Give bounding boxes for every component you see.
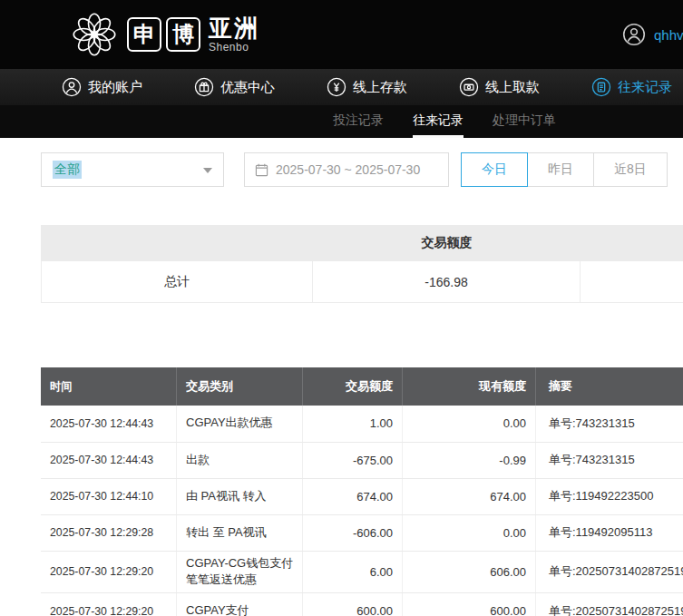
cell-time: 2025-07-30 12:29:20 (41, 551, 177, 593)
content: 全部 2025-07-30 ~ 2025-07-30 今日昨日近 (0, 152, 683, 616)
column-header: 现有额度 (403, 367, 536, 406)
quick-yesterday-button[interactable]: 昨日 (527, 152, 594, 187)
nav-item-my-account[interactable]: 我的账户 (62, 77, 142, 97)
cell-time: 2025-07-30 12:44:43 (41, 442, 177, 478)
user-icon (62, 77, 82, 97)
cell-time: 2025-07-30 12:29:28 (41, 514, 177, 551)
cell-amount: -606.00 (303, 514, 403, 551)
cell-summary: 单号:119492223500 (536, 478, 683, 514)
brand-text: 亚洲 Shenbo (209, 16, 259, 53)
brand-char-bo: 博 (166, 17, 200, 52)
cell-amount: 1.00 (303, 406, 403, 442)
summary-total-empty (581, 261, 683, 302)
column-header: 时间 (41, 367, 177, 406)
user-avatar-icon (622, 23, 646, 46)
table-row: 2025-07-30 12:44:43出款-675.00-0.99单号:7432… (41, 442, 683, 478)
top-header: 申 博 亚洲 Shenbo qhhvw (0, 0, 683, 69)
cell-time: 2025-07-30 12:29:20 (41, 593, 177, 616)
cell-balance: 606.00 (403, 551, 536, 593)
date-range-input[interactable]: 2025-07-30 ~ 2025-07-30 (244, 152, 449, 187)
summary-header-empty (41, 225, 313, 261)
brand-char-shen: 申 (127, 17, 161, 52)
cell-type: CGPAY-CG钱包支付笔笔返送优惠 (177, 551, 303, 593)
table-row: 2025-07-30 12:29:20CGPAY-CG钱包支付笔笔返送优惠6.0… (41, 551, 683, 593)
column-header: 交易类别 (177, 367, 303, 406)
cell-balance: 600.00 (403, 593, 536, 616)
main-nav: 我的账户优惠中心线上存款线上取款往来记录 (0, 69, 683, 105)
chevron-down-icon (203, 168, 212, 173)
cell-time: 2025-07-30 12:44:43 (41, 406, 177, 442)
cell-type: 出款 (177, 442, 303, 478)
brand-logo[interactable]: 申 博 亚洲 Shenbo (71, 11, 259, 58)
username-label[interactable]: qhhvw (654, 27, 683, 43)
cell-balance: -0.99 (403, 442, 536, 478)
table-row: 2025-07-30 12:44:10由 PA视讯 转入674.00674.00… (41, 478, 683, 514)
nav-item-promo-center[interactable]: 优惠中心 (194, 77, 275, 97)
tab-bet-records[interactable]: 投注记录 (333, 105, 384, 138)
records-table-body: 2025-07-30 12:44:43CGPAY出款优惠1.000.00单号:7… (41, 406, 683, 616)
cell-time: 2025-07-30 12:44:10 (41, 478, 177, 514)
user-account[interactable]: qhhvw (622, 23, 683, 46)
type-filter-value: 全部 (53, 161, 82, 179)
cell-summary: 单号:202507314028725198 (536, 551, 683, 593)
records-table-head: 时间交易类别交易额度现有额度摘要 (41, 367, 683, 406)
summary-total-value: -166.98 (313, 261, 581, 302)
cell-amount: 6.00 (303, 551, 403, 593)
summary-total-label: 总计 (41, 261, 313, 302)
cell-amount: 674.00 (303, 478, 403, 514)
type-filter-select[interactable]: 全部 (41, 152, 224, 187)
withdraw-icon (459, 77, 479, 97)
tab-transaction-records[interactable]: 往来记录 (413, 105, 463, 138)
cell-balance: 0.00 (403, 406, 536, 442)
quick-last-8-days-button[interactable]: 近8日 (593, 152, 668, 187)
cell-type: 由 PA视讯 转入 (177, 478, 303, 514)
column-header: 交易额度 (303, 367, 403, 406)
column-header: 摘要 (536, 367, 683, 406)
cell-summary: 单号:743231315 (536, 442, 683, 478)
records-table: 时间交易类别交易额度现有额度摘要 2025-07-30 12:44:43CGPA… (41, 367, 683, 616)
summary-table: 交易额度 总计 -166.98 (41, 225, 683, 303)
brand-region-label: 亚洲 (209, 16, 259, 40)
summary-total-row: 总计 -166.98 (41, 261, 683, 303)
nav-item-label: 线上取款 (485, 79, 540, 96)
gift-icon (194, 77, 214, 97)
filter-bar: 全部 2025-07-30 ~ 2025-07-30 今日昨日近 (41, 152, 683, 187)
cell-type: CGPAY支付 (177, 593, 303, 616)
cell-amount: -675.00 (303, 442, 403, 478)
sub-nav: 投注记录往来记录处理中订单 (0, 105, 683, 138)
table-row: 2025-07-30 12:44:43CGPAY出款优惠1.000.00单号:7… (41, 406, 683, 442)
cell-balance: 0.00 (403, 514, 536, 551)
table-row: 2025-07-30 12:29:28转出 至 PA视讯-606.000.00单… (41, 514, 683, 551)
nav-item-online-deposit[interactable]: 线上存款 (327, 77, 407, 97)
nav-item-label: 我的账户 (88, 79, 142, 96)
cell-type: CGPAY出款优惠 (177, 406, 303, 442)
calendar-icon (255, 163, 268, 177)
records-icon (591, 77, 611, 97)
cell-amount: 600.00 (303, 593, 403, 616)
summary-header-row: 交易额度 (41, 225, 683, 261)
table-row: 2025-07-30 12:29:20CGPAY支付600.00600.00单号… (41, 593, 683, 616)
nav-item-label: 优惠中心 (220, 79, 275, 96)
cell-summary: 单号:119492095113 (536, 514, 683, 551)
page-viewport: 申 博 亚洲 Shenbo qhhvw (0, 0, 683, 616)
records-header-row: 时间交易类别交易额度现有额度摘要 (41, 367, 683, 406)
summary-header-amount: 交易额度 (313, 225, 581, 261)
cell-balance: 674.00 (403, 478, 536, 514)
nav-item-transaction-records[interactable]: 往来记录 (591, 77, 672, 97)
deposit-icon (327, 77, 346, 97)
summary-header-empty-2 (581, 225, 683, 261)
page: 申 博 亚洲 Shenbo qhhvw (0, 0, 683, 616)
nav-item-label: 往来记录 (618, 79, 672, 96)
cell-summary: 单号:202507314028725198 (536, 593, 683, 616)
brand-subtitle: Shenbo (209, 42, 259, 53)
lotus-flower-icon (71, 11, 118, 58)
quick-date-buttons: 今日昨日近8日 (462, 152, 668, 187)
nav-item-label: 线上存款 (353, 79, 407, 96)
quick-today-button[interactable]: 今日 (461, 152, 528, 187)
date-range-value: 2025-07-30 ~ 2025-07-30 (276, 162, 420, 177)
cell-type: 转出 至 PA视讯 (177, 514, 303, 551)
nav-item-online-withdraw[interactable]: 线上取款 (459, 77, 540, 97)
cell-summary: 单号:743231315 (536, 406, 683, 442)
tab-pending-orders[interactable]: 处理中订单 (493, 105, 556, 138)
